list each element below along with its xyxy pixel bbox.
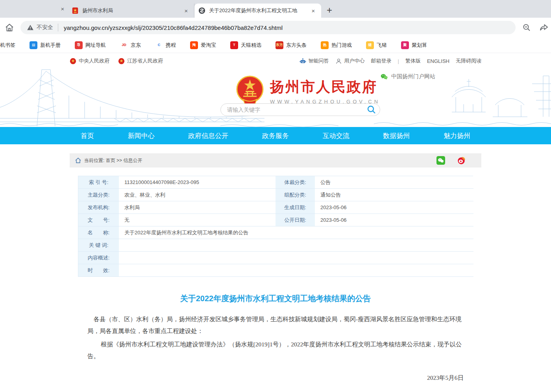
- nav-item-news[interactable]: 新闻中心: [128, 131, 155, 140]
- home-icon[interactable]: [75, 158, 81, 163]
- meta-value-cell: 关于2022年度扬州市水利工程文明工地考核结果的公告: [119, 226, 473, 239]
- bookmark-item[interactable]: 聚 聚划算: [401, 41, 427, 49]
- bookmark-item[interactable]: 淘 爱淘宝: [190, 41, 216, 49]
- traditional-version-link[interactable]: 繁体版: [405, 57, 421, 64]
- divider: [58, 24, 58, 31]
- meta-label-cell: 发布机构:: [78, 201, 119, 214]
- meta-value-cell: 无: [119, 214, 276, 226]
- meta-value-cell: 农业、林业、水利: [119, 189, 276, 201]
- portal-wechat-link[interactable]: 中国扬州门户网站: [380, 73, 435, 81]
- zoom-out-icon[interactable]: [522, 23, 531, 32]
- nav-item-charm[interactable]: 魅力扬州: [444, 131, 470, 140]
- bookmark-label: 新机手册: [40, 42, 61, 49]
- url-box[interactable]: 不安全 yangzhou.gov.cn/yzszxxgk/slj/202305/…: [20, 21, 516, 34]
- bookmark-item[interactable]: 热 热门游戏: [321, 41, 352, 49]
- close-tab-icon[interactable]: ×: [309, 7, 318, 14]
- nav-item-info-disclosure[interactable]: 政府信息公开: [188, 131, 228, 140]
- nav-item-interaction[interactable]: 互动交流: [323, 131, 349, 140]
- bookmark-label: 机书签: [0, 42, 15, 49]
- meta-label-cell: 体裁分类:: [276, 176, 315, 189]
- site-favicon: [198, 7, 205, 14]
- meta-label-cell: 关 键 词:: [78, 239, 119, 252]
- meta-label-cell: 时 效:: [78, 264, 119, 277]
- home-icon[interactable]: [5, 23, 14, 32]
- site-name: 扬州市人民政府: [270, 77, 380, 97]
- user-center-link[interactable]: 用户中心: [335, 57, 365, 64]
- bookmark-item[interactable]: 导 网址导航: [75, 41, 106, 49]
- tab-title: 关于2022年度扬州市水利工程文明工地: [209, 7, 309, 14]
- bookmark-label: 热门游戏: [331, 42, 352, 49]
- not-secure-warning-icon: [27, 24, 34, 31]
- bookmark-favicon: 淘: [190, 41, 198, 49]
- bookmark-favicon: 东方: [276, 41, 283, 49]
- main-nav: 首页 新闻中心 政府信息公开 政务服务 互动交流 数据扬州 魅力扬州: [0, 127, 551, 144]
- link-label: 智能问答: [309, 57, 329, 64]
- accessibility-link[interactable]: 无障碍阅读: [456, 57, 481, 64]
- breadcrumb: 当前位置: 首页 >> 信息公开: [70, 153, 481, 167]
- bookmark-item[interactable]: 猪 飞猪: [366, 41, 387, 49]
- bookmark-item[interactable]: ▤ 新机手册: [30, 41, 61, 49]
- meta-label-cell: 索 引 号:: [78, 176, 119, 189]
- article-title: 关于2022年度扬州市水利工程文明工地考核结果的公告: [87, 293, 464, 304]
- breadcrumb-current[interactable]: 信息公开: [123, 158, 142, 163]
- close-tab-icon[interactable]: ×: [57, 6, 68, 12]
- document-meta-table: 索 引 号: 11321000014407098E-2023-095 体裁分类:…: [78, 176, 473, 277]
- site-banner: 扬州市人民政府 WWW.YANGZHOU.GOV.CN 中国扬州门户网站: [0, 69, 551, 127]
- breadcrumb-separator: >>: [116, 158, 122, 163]
- bookmark-label: 携程: [166, 42, 176, 49]
- nav-item-data[interactable]: 数据扬州: [383, 131, 410, 140]
- search-icon[interactable]: [366, 105, 377, 115]
- bookmark-label: 天猫精选: [241, 42, 261, 49]
- bookmark-favicon: C: [155, 41, 163, 49]
- bookmark-favicon: ▤: [30, 41, 37, 49]
- article: 关于2022年度扬州市水利工程文明工地考核结果的公告 各县（市、区）水利（务）局…: [87, 293, 464, 392]
- link-label: 邮箱登录: [371, 57, 392, 64]
- browser-tab-active[interactable]: 关于2022年度扬州市水利工程文明工地 ×: [194, 4, 321, 18]
- share-weibo-icon[interactable]: [457, 156, 466, 165]
- smart-qa-link[interactable]: 智能问答: [300, 57, 329, 64]
- link-label: 繁体版: [405, 57, 421, 64]
- bookmark-favicon: T: [230, 41, 238, 49]
- browser-tab[interactable]: 扬州市水利局 ×: [68, 4, 194, 18]
- jiangsu-gov-link[interactable]: 江苏省人民政府: [118, 57, 163, 64]
- tab-title: 扬州市水利局: [82, 7, 181, 14]
- bookmark-item[interactable]: C 携程: [155, 41, 176, 49]
- central-gov-link[interactable]: 中央人民政府: [70, 57, 109, 64]
- gov-emblem-icon: [70, 58, 76, 64]
- nav-item-home[interactable]: 首页: [81, 131, 94, 140]
- url-text[interactable]: yangzhou.gov.cn/yzszxxgk/slj/202305/210c…: [64, 24, 283, 31]
- bookmark-item[interactable]: 东方 东方头条: [276, 41, 307, 49]
- link-label: 用户中心: [344, 57, 365, 64]
- article-paragraph: 各县（市、区）水利（务）局，扬州经济开发区城乡事务管理局，生态科技新城规划建设局…: [87, 313, 464, 337]
- bookmark-label: 东方头条: [286, 42, 307, 49]
- search-input[interactable]: [227, 107, 366, 113]
- nav-item-services[interactable]: 政务服务: [262, 131, 289, 140]
- national-emblem-icon: [235, 75, 264, 107]
- browser-tab-bar: × 扬州市水利局 × 关于2022年度扬州市水利工程文明工地 × +: [0, 0, 551, 18]
- link-label: 江苏省人民政府: [127, 57, 163, 64]
- bookmark-favicon: 热: [321, 41, 329, 49]
- share-wechat-icon[interactable]: [436, 156, 445, 165]
- meta-label-cell: 组配分类:: [276, 189, 315, 201]
- share-icon[interactable]: [539, 23, 549, 32]
- article-paragraph: 根据《扬州市水利工程文明工地建设管理办法》（扬水规[2019]1号），2022年…: [87, 339, 464, 362]
- close-tab-icon[interactable]: ×: [181, 7, 191, 14]
- wechat-icon: [380, 73, 388, 81]
- site-logo[interactable]: 扬州市人民政府 WWW.YANGZHOU.GOV.CN: [235, 75, 380, 107]
- breadcrumb-home-link[interactable]: 首页: [106, 158, 115, 163]
- bookmark-item[interactable]: T 天猫精选: [230, 41, 261, 49]
- meta-value-cell: 通知公告: [315, 189, 473, 201]
- english-version-link[interactable]: ENGLISH: [427, 58, 449, 64]
- bookmark-item[interactable]: JD 京东: [120, 41, 141, 49]
- bookmark-item[interactable]: 机书签: [0, 42, 15, 49]
- meta-value-cell: 11321000014407098E-2023-095: [119, 176, 276, 189]
- bookmark-favicon: 猪: [366, 41, 374, 49]
- meta-value-cell: 2023-05-06: [315, 214, 473, 226]
- meta-label-cell: 名 称:: [78, 226, 119, 239]
- new-tab-button[interactable]: +: [327, 6, 332, 15]
- gov-emblem-favicon: [72, 7, 79, 14]
- mail-login-link[interactable]: 邮箱登录: [371, 57, 392, 64]
- meta-label-cell: 文 号:: [78, 214, 119, 226]
- meta-value-cell: 公告: [315, 176, 473, 189]
- meta-value-cell: 水利局: [119, 201, 276, 214]
